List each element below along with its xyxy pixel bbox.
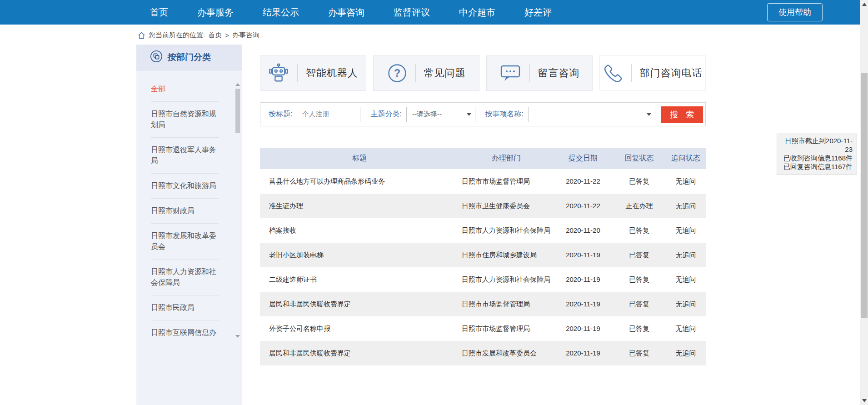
divider [297, 64, 298, 82]
search-button[interactable]: 搜 索 [661, 106, 703, 123]
submit-date-cell: 2020-11-19 [554, 243, 613, 267]
sidebar-item[interactable]: 日照市财政局 [151, 199, 219, 224]
consultation-title-link[interactable]: 居民和非居民供暖收费界定 [260, 292, 459, 316]
stats-line-received: 已收到咨询信息1168件 [781, 154, 853, 162]
nav-item[interactable]: 好差评 [524, 6, 552, 19]
nav-item[interactable]: 办事咨询 [328, 6, 364, 19]
sidebar-scrollbar[interactable] [235, 83, 240, 338]
reply-status-cell: 已答复 [613, 243, 666, 267]
consultation-title-link[interactable]: 档案接收 [260, 218, 459, 243]
consultation-title-link[interactable]: 老旧小区加装电梯 [260, 243, 459, 267]
stats-line-replied: 已回复咨询信息1167件 [781, 162, 853, 171]
nav-item[interactable]: 监督评议 [394, 6, 430, 19]
stats-box: 日照市截止到2020-11-23 已收到咨询信息1168件 已回复咨询信息116… [777, 133, 857, 175]
sidebar-scrollbar-thumb[interactable] [235, 89, 240, 133]
search-panel: 按标题: 主题分类: --请选择-- 按事项名称: 搜 索 [260, 102, 706, 126]
consultation-title-link[interactable]: 准生证办理 [260, 194, 459, 218]
help-button[interactable]: 使用帮助 [767, 3, 823, 21]
category-select[interactable]: --请选择-- [406, 107, 475, 122]
table-header-row: 标题办理部门提交日期回复状态追问状态 [260, 148, 706, 169]
department-cell: 日照市市场监督管理局 [459, 316, 554, 341]
sidebar-scroll-down-icon[interactable] [235, 335, 240, 338]
divider [631, 64, 632, 82]
reply-status-cell: 已答复 [613, 316, 666, 341]
divider [415, 64, 416, 82]
table-row[interactable]: 居民和非居民供暖收费界定日照市发展和改革委员会2020-11-19已答复无追问 [260, 341, 706, 365]
table-row[interactable]: 外资子公司名称申报日照市市场监督管理局2020-11-19已答复无追问 [260, 316, 706, 341]
nav-item[interactable]: 结果公示 [263, 6, 299, 19]
reply-status-cell: 已答复 [613, 341, 666, 365]
follow-up-status-cell: 无追问 [666, 243, 706, 267]
sidebar-item[interactable]: 日照市发展和改革委员会 [151, 224, 219, 260]
breadcrumb-prefix: 您当前所在的位置: [149, 31, 205, 40]
reply-status-cell: 已答复 [613, 267, 666, 292]
page-scroll-down-icon[interactable] [862, 399, 867, 402]
consultation-title-link[interactable]: 外资子公司名称申报 [260, 316, 459, 341]
item-filter-label: 按事项名称: [485, 110, 524, 119]
svg-text:?: ? [394, 67, 400, 79]
follow-up-status-cell: 无追问 [666, 341, 706, 365]
category-select-value: --请选择-- [412, 110, 442, 119]
consultation-title-link[interactable]: 莒县什么地方可以办理商品条形码业务 [260, 169, 459, 194]
sidebar-item[interactable]: 全部 [151, 77, 219, 102]
reply-status-cell: 已答复 [613, 169, 666, 194]
title-search-input[interactable] [297, 107, 360, 122]
nav-item[interactable]: 中介超市 [459, 6, 495, 19]
breadcrumb: 您当前所在的位置: 首页 > 办事咨询 [138, 31, 259, 40]
table-row[interactable]: 居民和非居民供暖收费界定日照市市场监督管理局2020-11-19已答复无追问 [260, 292, 706, 316]
consultation-title-link[interactable]: 二级建造师证书 [260, 267, 459, 292]
sidebar-item[interactable]: 日照市退役军人事务局 [151, 138, 219, 174]
nav-item[interactable]: 首页 [150, 6, 168, 19]
sidebar-item[interactable]: 日照市人力资源和社会保障局 [151, 260, 219, 295]
table-row[interactable]: 莒县什么地方可以办理商品条形码业务日照市市场监督管理局2020-11-22已答复… [260, 169, 706, 194]
sidebar-title: 按部门分类 [168, 51, 211, 63]
sidebar-item[interactable]: 日照市民政局 [151, 295, 219, 320]
feature-card-常见问题[interactable]: ?常见问题 [373, 55, 479, 91]
table-row[interactable]: 老旧小区加装电梯日照市住房和城乡建设局2020-11-19已答复无追问 [260, 243, 706, 267]
table-row[interactable]: 档案接收日照市人力资源和社会保障局2020-11-20已答复无追问 [260, 218, 706, 243]
page-scroll-up-icon[interactable] [862, 3, 867, 6]
chevron-down-icon [467, 113, 471, 116]
question-circle-icon: ? [387, 63, 407, 83]
column-header: 办理部门 [459, 148, 554, 169]
table-row[interactable]: 准生证办理日照市卫生健康委员会2020-11-22正在办理无追问 [260, 194, 706, 218]
column-header: 提交日期 [554, 148, 613, 169]
feature-card-智能机器人[interactable]: 智能机器人 [260, 55, 366, 91]
sidebar-item[interactable]: 日照市互联网信息办 [151, 320, 219, 345]
feature-label: 留言咨询 [538, 66, 580, 80]
reply-status-cell: 已答复 [613, 292, 666, 316]
consultation-title-link[interactable]: 居民和非居民供暖收费界定 [260, 341, 459, 365]
category-filter-label: 主题分类: [370, 110, 401, 119]
breadcrumb-separator: > [225, 31, 229, 39]
chevron-down-icon [647, 113, 651, 116]
sidebar-item[interactable]: 日照市文化和旅游局 [151, 174, 219, 199]
department-cell: 日照市住房和城乡建设局 [459, 243, 554, 267]
table-row[interactable]: 二级建造师证书日照市人力资源和社会保障局2020-11-19已答复无追问 [260, 267, 706, 292]
title-filter-label: 按标题: [269, 110, 292, 119]
message-bubble-icon [499, 63, 521, 83]
feature-card-留言咨询[interactable]: 留言咨询 [486, 55, 593, 91]
nav-item[interactable]: 办事服务 [197, 6, 234, 19]
robot-icon [268, 63, 289, 84]
follow-up-status-cell: 无追问 [666, 316, 706, 341]
follow-up-status-cell: 无追问 [666, 267, 706, 292]
submit-date-cell: 2020-11-20 [554, 218, 613, 243]
submit-date-cell: 2020-11-19 [554, 292, 613, 316]
department-cell: 日照市人力资源和社会保障局 [459, 218, 554, 243]
sidebar-scroll-up-icon[interactable] [235, 83, 240, 86]
page-scrollbar-thumb[interactable] [861, 73, 868, 318]
feature-label: 智能机器人 [306, 66, 358, 80]
top-navigation: 首页办事服务结果公示办事咨询监督评议中介超市好差评 使用帮助 [0, 0, 868, 25]
sidebar-item[interactable]: 日照市自然资源和规划局 [151, 102, 219, 138]
follow-up-status-cell: 无追问 [666, 218, 706, 243]
breadcrumb-home-link[interactable]: 首页 [208, 31, 222, 40]
follow-up-status-cell: 无追问 [666, 194, 706, 218]
page-scrollbar[interactable] [860, 0, 868, 405]
department-cell: 日照市发展和改革委员会 [459, 341, 554, 365]
column-header: 标题 [260, 148, 459, 169]
item-name-select[interactable] [528, 107, 655, 122]
department-list: 全部日照市自然资源和规划局日照市退役军人事务局日照市文化和旅游局日照市财政局日照… [136, 70, 242, 345]
consultation-table: 标题办理部门提交日期回复状态追问状态 莒县什么地方可以办理商品条形码业务日照市市… [260, 148, 706, 365]
submit-date-cell: 2020-11-22 [554, 169, 613, 194]
feature-card-部门咨询电话[interactable]: 部门咨询电话 [599, 55, 706, 91]
